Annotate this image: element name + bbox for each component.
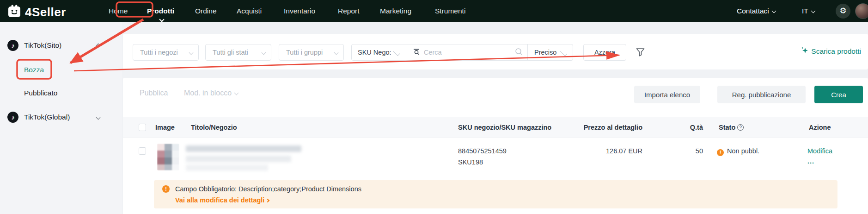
- brand-name: 4Seller: [25, 5, 66, 19]
- chevron-down-icon: [771, 9, 776, 13]
- col-title: Titolo/Negozio: [191, 117, 237, 138]
- select-all-checkbox[interactable]: [139, 124, 146, 131]
- edit-link[interactable]: Modifica: [807, 147, 832, 155]
- search-options-icon: [413, 48, 420, 57]
- divider: [407, 44, 407, 61]
- chevron-down-icon: [234, 91, 239, 95]
- col-sku: SKU negozio/SKU magazzino: [458, 117, 551, 138]
- search-field-select[interactable]: SKU Nego:: [352, 49, 407, 56]
- chevron-right-icon: [266, 199, 269, 202]
- col-image: Image: [155, 117, 175, 138]
- nav-item-home[interactable]: Home: [109, 0, 128, 22]
- chevron-down-icon: [811, 9, 815, 13]
- bag-smiley-logo-icon: [7, 4, 21, 20]
- chevron-down-icon: [393, 49, 400, 56]
- create-button[interactable]: Crea: [814, 86, 863, 103]
- price-value: 126.07 EUR: [606, 147, 642, 155]
- app-window: 4Seller Home Prodotti Ordine Acquisti In…: [0, 0, 868, 214]
- col-status: Stato?: [719, 117, 744, 138]
- nav-item-report[interactable]: Report: [338, 0, 360, 22]
- sku-store-value: 8845075251459: [458, 147, 507, 155]
- col-qty: Q.tà: [690, 117, 703, 138]
- product-image-blurred[interactable]: [157, 144, 179, 170]
- search-icon[interactable]: [515, 48, 523, 57]
- sparkle-icon: [801, 46, 808, 56]
- chevron-down-icon: [96, 115, 101, 120]
- publish-log-button[interactable]: Reg. pubblicazione: [717, 86, 806, 103]
- nav-item-strumenti[interactable]: Strumenti: [435, 0, 465, 22]
- nav-item-ordine[interactable]: Ordine: [195, 0, 217, 22]
- sidebar-item-pubblicato[interactable]: Pubblicato: [24, 88, 57, 99]
- brand-logo[interactable]: 4Seller: [7, 4, 66, 20]
- sidebar: ♪ TikTok(Sito) Bozza Pubblicato ♪ TikTok…: [0, 22, 122, 214]
- warning-icon: !: [162, 185, 170, 193]
- user-avatar[interactable]: [855, 3, 868, 19]
- filter-funnel-icon[interactable]: [636, 47, 645, 59]
- chevron-down-icon: [189, 50, 194, 55]
- group-filter-select[interactable]: Tutti i gruppi: [279, 44, 344, 61]
- nav-item-marketing[interactable]: Marketing: [380, 0, 411, 22]
- store-filter-select[interactable]: Tutti i negozi: [133, 44, 199, 61]
- qty-value: 50: [696, 147, 703, 155]
- table-header: Image Titolo/Negozio SKU negozio/SKU mag…: [123, 117, 868, 138]
- col-price: Prezzo al dettaglio: [584, 117, 642, 138]
- download-products-link[interactable]: Scarica prodotti: [801, 46, 861, 56]
- row-warning-bar: ! Campo Obbligatorio: Description;catego…: [154, 180, 837, 208]
- contact-menu[interactable]: Contattaci: [737, 0, 776, 22]
- sidebar-group-tiktok-global[interactable]: ♪ TikTok(Global): [0, 111, 122, 124]
- chevron-down-icon: [334, 50, 339, 55]
- import-list-button[interactable]: Importa elenco: [634, 86, 700, 103]
- status-filter-select[interactable]: Tutti gli stati: [205, 44, 271, 61]
- filter-bar: Tutti i negozi Tutti gli stati Tutti i g…: [123, 34, 868, 69]
- more-actions-link[interactable]: ...: [807, 157, 814, 165]
- product-title-blurred: [186, 145, 301, 152]
- status-cell: !Non pubbl.: [717, 147, 759, 156]
- row-checkbox[interactable]: [139, 147, 146, 155]
- top-navbar: 4Seller Home Prodotti Ordine Acquisti In…: [0, 0, 868, 22]
- chevron-down-icon: [262, 50, 266, 55]
- product-shop-blurred: [186, 164, 268, 171]
- product-list-panel: Pubblica Mod. in blocco Importa elenco R…: [123, 78, 868, 214]
- help-circle-icon[interactable]: ?: [737, 124, 744, 131]
- warning-text: Campo Obbligatorio: Description;category…: [175, 185, 361, 193]
- publish-button[interactable]: Pubblica: [140, 89, 168, 97]
- product-subtitle-blurred: [186, 156, 291, 162]
- col-action: Azione: [809, 117, 831, 138]
- clear-filters-button[interactable]: Azzera: [583, 44, 626, 61]
- chevron-up-icon: [96, 43, 101, 48]
- search-input[interactable]: [420, 49, 515, 56]
- warning-badge-icon: !: [717, 149, 724, 156]
- tiktok-icon: ♪: [7, 112, 18, 123]
- sku-warehouse-value: SKU198: [458, 158, 483, 166]
- sidebar-item-bozza[interactable]: Bozza: [24, 64, 44, 76]
- settings-button[interactable]: ⚙: [836, 4, 850, 19]
- sidebar-group-tiktok-sito[interactable]: ♪ TikTok(Sito): [0, 39, 122, 52]
- nav-item-acquisti[interactable]: Acquisti: [237, 0, 262, 22]
- match-mode-select[interactable]: Preciso: [527, 44, 573, 61]
- gear-icon: ⚙: [839, 6, 846, 15]
- nav-item-inventario[interactable]: Inventario: [284, 0, 315, 22]
- chevron-down-icon: [560, 49, 568, 56]
- search-group: SKU Nego: Preciso: [351, 44, 573, 61]
- language-menu[interactable]: IT: [802, 0, 815, 22]
- bulk-edit-menu[interactable]: Mod. in blocco: [184, 89, 238, 97]
- go-to-details-link[interactable]: Vai alla modifica dei dettagli: [175, 196, 269, 204]
- tiktok-icon: ♪: [7, 40, 18, 51]
